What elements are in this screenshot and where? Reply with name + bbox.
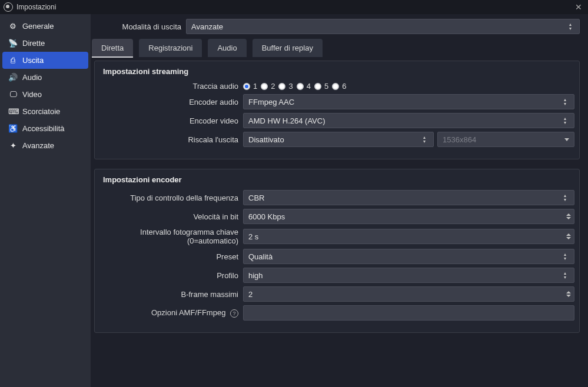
preset-select[interactable]: Qualità ▴▾ [243, 249, 574, 264]
preset-label: Preset [99, 252, 238, 261]
sidebar-item-video[interactable]: 🖵 Video [2, 86, 88, 103]
chevron-down-icon [564, 138, 569, 141]
encoder-section-title: Impostazioni encoder [103, 175, 574, 184]
chevron-updown-icon: ▴▾ [420, 135, 428, 144]
content-pane: Modalità di uscita Avanzate ▴▾ Diretta R… [91, 14, 588, 387]
close-icon[interactable]: ✕ [573, 2, 584, 12]
sidebar-item-label: Avanzate [22, 141, 54, 150]
amf-options-input[interactable] [243, 305, 574, 321]
chevron-updown-icon: ▴▾ [561, 98, 569, 106]
sidebar-item-accessibility[interactable]: ♿ Accessibilità [2, 120, 88, 137]
bframes-label: B-frame massimi [99, 290, 238, 299]
encoder-audio-label: Encoder audio [99, 98, 238, 106]
help-icon[interactable]: ? [230, 309, 238, 318]
sidebar-item-label: Uscita [22, 56, 44, 65]
window-title: Impostazioni [16, 3, 573, 11]
output-tabs: Diretta Registrazioni Audio Buffer di re… [91, 39, 588, 57]
encoder-video-select[interactable]: AMD HW H.264 (AVC) ▴▾ [243, 113, 574, 128]
encoder-audio-select[interactable]: FFmpeg AAC ▴▾ [243, 94, 574, 109]
chevron-updown-icon: ▴▾ [561, 252, 569, 261]
sidebar-item-general[interactable]: ⚙ Generale [2, 18, 88, 35]
bitrate-label: Velocità in bit [99, 212, 238, 221]
rescale-output-select[interactable]: Disattivato ▴▾ [243, 132, 434, 147]
sidebar-item-label: Video [22, 90, 42, 99]
audio-track-label: Traccia audio [99, 82, 238, 91]
spinner-arrows[interactable] [564, 209, 573, 223]
rescale-resolution-select[interactable]: 1536x864 [437, 132, 574, 147]
profile-label: Profilo [99, 271, 238, 280]
chevron-updown-icon: ▴▾ [561, 116, 569, 125]
output-icon: ⎙ [8, 56, 18, 65]
audio-track-6-radio[interactable]: 6 [332, 82, 346, 91]
chevron-updown-icon: ▴▾ [561, 271, 569, 279]
spinner-arrows[interactable] [564, 229, 573, 243]
audio-track-5-radio[interactable]: 5 [314, 82, 328, 91]
accessibility-icon: ♿ [8, 124, 18, 133]
sidebar-item-audio[interactable]: 🔊 Audio [2, 69, 88, 86]
titlebar: Impostazioni ✕ [0, 0, 588, 14]
sidebar-item-stream[interactable]: 📡 Dirette [2, 35, 88, 52]
sidebar-item-label: Accessibilità [22, 124, 65, 133]
output-mode-select[interactable]: Avanzate ▴▾ [186, 19, 580, 34]
bitrate-input[interactable]: 6000 Kbps [243, 209, 574, 224]
sidebar-item-label: Audio [22, 73, 42, 82]
sidebar-item-label: Dirette [22, 39, 45, 48]
sidebar-item-advanced[interactable]: ✦ Avanzate [2, 137, 88, 154]
audio-track-4-radio[interactable]: 4 [297, 82, 311, 91]
output-mode-label: Modalità di uscita [99, 22, 181, 31]
tools-icon: ✦ [8, 141, 18, 150]
streaming-settings-section: Impostazioni streaming Traccia audio 1 2… [94, 61, 580, 159]
chevron-updown-icon: ▴▾ [561, 194, 569, 202]
sidebar-item-output[interactable]: ⎙ Uscita [2, 52, 88, 69]
tab-recording[interactable]: Registrazioni [139, 39, 202, 57]
audio-track-1-radio[interactable]: 1 [243, 82, 257, 91]
streaming-section-title: Impostazioni streaming [103, 67, 574, 76]
keyboard-icon: ⌨ [8, 107, 18, 116]
encoder-video-label: Encoder video [99, 116, 238, 125]
spinner-arrows[interactable] [564, 287, 573, 301]
tab-audio[interactable]: Audio [208, 39, 246, 57]
amf-options-label: Opzioni AMF/FFmpeg ? [99, 308, 238, 318]
keyframe-interval-label: Intervallo fotogramma chiave (0=automati… [99, 228, 238, 245]
bframes-input[interactable]: 2 [243, 286, 574, 302]
speaker-icon: 🔊 [8, 73, 18, 82]
sidebar-item-label: Generale [22, 22, 54, 31]
monitor-icon: 🖵 [8, 90, 18, 99]
audio-track-3-radio[interactable]: 3 [278, 82, 293, 91]
audio-track-radio-group: 1 2 3 4 5 6 [243, 82, 574, 91]
sidebar-item-hotkeys[interactable]: ⌨ Scorciatoie [2, 103, 88, 120]
rate-control-select[interactable]: CBR ▴▾ [243, 190, 574, 205]
output-mode-value: Avanzate [191, 22, 563, 31]
gear-icon: ⚙ [8, 22, 18, 31]
rate-control-label: Tipo di controllo della frequenza [99, 194, 238, 202]
sidebar-item-label: Scorciatoie [22, 107, 60, 116]
keyframe-interval-input[interactable]: 2 s [243, 229, 574, 244]
settings-sidebar: ⚙ Generale 📡 Dirette ⎙ Uscita 🔊 Audio 🖵 … [0, 14, 91, 387]
broadcast-icon: 📡 [8, 39, 18, 48]
rescale-output-label: Riscala l'uscita [99, 135, 238, 144]
encoder-settings-section: Impostazioni encoder Tipo di controllo d… [94, 169, 580, 333]
profile-select[interactable]: high ▴▾ [243, 268, 574, 283]
tab-replay-buffer[interactable]: Buffer di replay [253, 39, 323, 57]
app-logo-icon [4, 2, 13, 12]
audio-track-2-radio[interactable]: 2 [261, 82, 275, 91]
tab-stream[interactable]: Diretta [92, 39, 133, 57]
chevron-updown-icon: ▴▾ [566, 22, 574, 31]
